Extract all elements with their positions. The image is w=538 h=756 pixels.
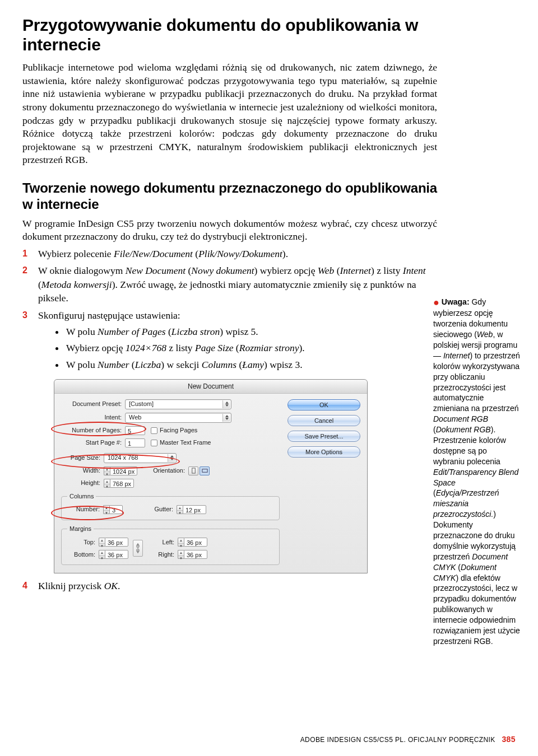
document-preset-label: Document Preset: <box>61 400 122 408</box>
height-label: Height: <box>61 479 100 487</box>
margins-fieldset: Margins Top: ▲▼36 px Bottom: <box>61 525 280 565</box>
margin-top-label: Top: <box>67 538 95 547</box>
step-3-bullet-2: Wybierz opcję 1024×768 z listy Page Size… <box>65 340 437 356</box>
orientation-portrait-button[interactable] <box>188 466 198 475</box>
svg-rect-1 <box>202 469 207 473</box>
dropdown-arrows-icon <box>222 414 230 422</box>
number-of-pages-input[interactable]: 5 <box>125 426 145 435</box>
page-number: 385 <box>502 735 516 744</box>
margin-top-stepper[interactable]: ▲▼36 px <box>99 538 128 547</box>
step-3: Skonfiguruj następujące ustawienia: W po… <box>22 309 437 573</box>
gutter-label: Gutter: <box>145 505 173 514</box>
margin-left-label: Left: <box>152 538 174 547</box>
page-size-label: Page Size: <box>61 454 100 462</box>
facing-pages-checkbox[interactable]: Facing Pages <box>151 426 197 435</box>
orientation-landscape-button[interactable] <box>200 466 210 475</box>
columns-number-label: Number: <box>67 505 100 514</box>
margin-right-stepper[interactable]: ▲▼36 px <box>178 550 207 559</box>
step-3-sublist: W polu Number of Pages (Liczba stron) wp… <box>65 324 437 372</box>
new-document-dialog-screenshot: New Document Document Preset: [Custom] I… <box>54 379 368 574</box>
dropdown-arrows-icon <box>168 454 175 462</box>
document-preset-dropdown[interactable]: [Custom] <box>125 399 231 409</box>
save-preset-button[interactable]: Save Preset... <box>287 431 360 442</box>
step-2: W oknie dialogowym New Document (Nowy do… <box>22 264 437 305</box>
link-margins-icon[interactable] <box>133 540 143 557</box>
height-stepper[interactable]: ▲▼768 px <box>104 479 134 488</box>
cancel-button[interactable]: Cancel <box>287 415 360 426</box>
margin-bottom-label: Bottom: <box>67 550 95 559</box>
margin-bottom-stepper[interactable]: ▲▼36 px <box>99 550 128 559</box>
note-label: Uwaga: <box>442 297 470 306</box>
margin-right-label: Right: <box>152 550 174 559</box>
width-stepper[interactable]: ▲▼1024 px <box>104 466 137 475</box>
page-size-dropdown[interactable]: 1024 x 768 <box>104 453 177 463</box>
intro-paragraph: Publikacje internetowe pod wieloma wzglę… <box>22 61 437 167</box>
note-bullet-icon: ● <box>433 297 439 308</box>
start-page-label: Start Page #: <box>61 438 122 447</box>
section-heading: Tworzenie nowego dokumentu przeznaczoneg… <box>22 180 437 213</box>
dialog-title: New Document <box>54 380 367 394</box>
intent-dropdown[interactable]: Web <box>125 413 231 423</box>
columns-fieldset: Columns Number: ▲▼3 Gutter: ▲▼12 px <box>61 492 280 520</box>
footer-text: ADOBE INDESIGN CS5/CS5 PL. OFICJALNY POD… <box>300 736 495 744</box>
sidebar-note: ● Uwaga: Gdy wybierzesz opcję tworzenia … <box>433 295 520 647</box>
step-4: Kliknij przycisk OK. <box>22 579 437 593</box>
svg-rect-0 <box>192 468 195 473</box>
steps-list: Wybierz polecenie File/New/Document (Pli… <box>22 247 437 593</box>
page-heading: Przygotowywanie dokumentu do opublikowan… <box>22 16 437 54</box>
step-3-bullet-3: W polu Number (Liczba) w sekcji Columns … <box>65 357 437 372</box>
dropdown-arrows-icon <box>222 400 230 408</box>
number-of-pages-label: Number of Pages: <box>61 426 122 435</box>
columns-legend: Columns <box>67 492 96 501</box>
margins-legend: Margins <box>67 525 94 533</box>
master-text-frame-checkbox[interactable]: Master Text Frame <box>151 438 211 447</box>
start-page-input[interactable]: 1 <box>125 438 145 447</box>
step-1: Wybierz polecenie File/New/Document (Pli… <box>22 247 437 261</box>
margin-left-stepper[interactable]: ▲▼36 px <box>178 538 207 547</box>
intent-label: Intent: <box>61 413 122 422</box>
gutter-stepper[interactable]: ▲▼12 px <box>177 505 206 514</box>
orientation-label: Orientation: <box>153 466 185 475</box>
section-intro: W programie InDesign CS5 przy tworzeniu … <box>22 217 437 244</box>
columns-number-stepper[interactable]: ▲▼3 <box>103 505 123 514</box>
width-label: Width: <box>61 466 100 475</box>
ok-button[interactable]: OK <box>287 399 360 410</box>
step-3-bullet-1: W polu Number of Pages (Liczba stron) wp… <box>65 324 437 339</box>
page-footer: ADOBE INDESIGN CS5/CS5 PL. OFICJALNY POD… <box>300 735 516 744</box>
more-options-button[interactable]: More Options <box>287 446 360 458</box>
